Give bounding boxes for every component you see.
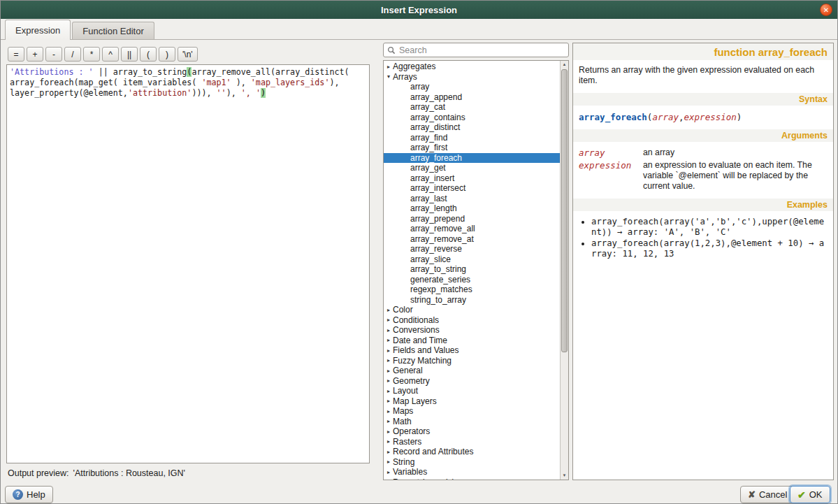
code-text: array_foreach(map_get( item_variables( bbox=[10, 78, 201, 87]
operator-button-^[interactable]: ^ bbox=[102, 47, 119, 62]
tree-group-operators[interactable]: ▸Operators bbox=[384, 426, 560, 437]
tree-item-array_get[interactable]: array_get bbox=[384, 163, 560, 173]
scroll-up-icon[interactable]: ▲ bbox=[561, 61, 568, 69]
chevron-right-icon[interactable]: ▸ bbox=[384, 449, 393, 455]
expression-code-line: 'Attributions : ' || array_to_string(arr… bbox=[10, 67, 366, 78]
chevron-right-icon[interactable]: ▸ bbox=[384, 377, 393, 384]
tree-item-array_last[interactable]: array_last bbox=[384, 194, 560, 204]
vertical-scrollbar[interactable]: ▲ ▼ bbox=[560, 61, 568, 480]
tree-item-array_slice[interactable]: array_slice bbox=[384, 254, 560, 265]
chevron-right-icon[interactable]: ▸ bbox=[384, 337, 393, 343]
code-text: || array_to_string bbox=[94, 67, 187, 77]
chevron-right-icon[interactable]: ▸ bbox=[384, 357, 393, 363]
code-text: ), bbox=[329, 78, 339, 87]
operator-button-/[interactable]: / bbox=[64, 47, 81, 62]
chevron-right-icon[interactable]: ▸ bbox=[384, 408, 393, 415]
tree-group-arrays[interactable]: ▾Arrays bbox=[384, 72, 560, 82]
tree-item-string_to_array[interactable]: string_to_array bbox=[384, 295, 560, 305]
tree-group-maps[interactable]: ▸Maps bbox=[384, 406, 560, 417]
tree-item-regexp_matches[interactable]: regexp_matches bbox=[384, 285, 560, 295]
tree-item-array_contains[interactable]: array_contains bbox=[384, 113, 560, 123]
example-item: array_foreach(array('a','b','c'),upper(@… bbox=[591, 217, 828, 238]
string-literal: ', ' bbox=[241, 88, 261, 98]
chevron-right-icon[interactable]: ▸ bbox=[384, 347, 393, 354]
tree-item-label: Fuzzy Matching bbox=[393, 356, 451, 366]
tree-item-array_append[interactable]: array_append bbox=[384, 92, 560, 103]
chevron-right-icon[interactable]: ▸ bbox=[384, 469, 393, 475]
chevron-down-icon[interactable]: ▾ bbox=[384, 479, 393, 480]
tree-group-layout[interactable]: ▸Layout bbox=[384, 386, 560, 396]
operator-button-nnnn[interactable]: '\n' bbox=[178, 47, 198, 62]
tree-group-aggregates[interactable]: ▸Aggregates bbox=[384, 62, 560, 72]
ok-button[interactable]: ✔ OK bbox=[790, 486, 830, 503]
tree-item-generate_series[interactable]: generate_series bbox=[384, 275, 560, 285]
close-button[interactable]: ✕ bbox=[820, 3, 832, 16]
tree-group-color[interactable]: ▸Color bbox=[384, 305, 560, 315]
tab-expression[interactable]: Expression bbox=[5, 20, 71, 40]
tree-item-array_reverse[interactable]: array_reverse bbox=[384, 244, 560, 254]
cancel-icon: ✘ bbox=[748, 489, 756, 500]
cancel-button-label: Cancel bbox=[759, 489, 787, 500]
tree-group-rasters[interactable]: ▸Rasters bbox=[384, 437, 560, 447]
tree-group-fuzzy-matching[interactable]: ▸Fuzzy Matching bbox=[384, 356, 560, 366]
tree-item-label: Geometry bbox=[393, 376, 430, 386]
chevron-right-icon[interactable]: ▸ bbox=[384, 317, 393, 323]
tree-group-general[interactable]: ▸General bbox=[384, 366, 560, 376]
operator-button--[interactable]: - bbox=[45, 47, 62, 62]
chevron-right-icon[interactable]: ▸ bbox=[384, 459, 393, 465]
tree-item-array[interactable]: array bbox=[384, 82, 560, 92]
help-button[interactable]: ? Help bbox=[5, 486, 53, 503]
operator-button-*[interactable]: * bbox=[83, 47, 100, 62]
search-input[interactable]: Search bbox=[383, 43, 569, 57]
operator-button-=[interactable]: = bbox=[8, 47, 24, 62]
tree-item-array_to_string[interactable]: array_to_string bbox=[384, 264, 560, 275]
tree-group-map-layers[interactable]: ▸Map Layers bbox=[384, 396, 560, 407]
scrollbar-thumb[interactable] bbox=[561, 69, 568, 352]
tree-item-array_distinct[interactable]: array_distinct bbox=[384, 122, 560, 133]
chevron-right-icon[interactable]: ▸ bbox=[384, 64, 393, 70]
chevron-right-icon[interactable]: ▸ bbox=[384, 438, 393, 445]
chevron-right-icon[interactable]: ▸ bbox=[384, 368, 393, 374]
tree-item-array_intersect[interactable]: array_intersect bbox=[384, 183, 560, 194]
operator-button-+[interactable]: + bbox=[27, 47, 43, 62]
tree-item-label: array_prepend bbox=[410, 214, 465, 224]
tree-item-array_remove_at[interactable]: array_remove_at bbox=[384, 234, 560, 245]
tree-group-variables[interactable]: ▸Variables bbox=[384, 467, 560, 477]
operator-button-||[interactable]: || bbox=[121, 47, 138, 62]
tree-group-math[interactable]: ▸Math bbox=[384, 417, 560, 427]
cancel-button[interactable]: ✘ Cancel bbox=[740, 486, 795, 503]
operator-button-([interactable]: ( bbox=[140, 47, 157, 62]
tree-item-array_first[interactable]: array_first bbox=[384, 143, 560, 153]
tree-group-date-and-time[interactable]: ▸Date and Time bbox=[384, 336, 560, 346]
chevron-right-icon[interactable]: ▸ bbox=[384, 418, 393, 424]
expression-editor[interactable]: 'Attributions : ' || array_to_string(arr… bbox=[6, 64, 370, 463]
examples-list: array_foreach(array('a','b','c'),upper(@… bbox=[579, 217, 828, 259]
tree-item-array_remove_all[interactable]: array_remove_all bbox=[384, 224, 560, 234]
chevron-right-icon[interactable]: ▸ bbox=[384, 388, 393, 394]
tab-function-editor[interactable]: Function Editor bbox=[72, 22, 154, 39]
scroll-down-icon[interactable]: ▼ bbox=[561, 472, 568, 480]
tree-group-recent-generic[interactable]: ▾Recent (generic) bbox=[384, 477, 560, 480]
tree-group-record-and-attributes[interactable]: ▸Record and Attributes bbox=[384, 447, 560, 457]
titlebar[interactable]: Insert Expression ✕ bbox=[1, 1, 837, 19]
tree-item-array_prepend[interactable]: array_prepend bbox=[384, 214, 560, 224]
tree-group-conditionals[interactable]: ▸Conditionals bbox=[384, 315, 560, 326]
chevron-right-icon[interactable]: ▸ bbox=[384, 307, 393, 313]
chevron-right-icon[interactable]: ▸ bbox=[384, 429, 393, 435]
tree-group-string[interactable]: ▸String bbox=[384, 457, 560, 468]
chevron-right-icon[interactable]: ▸ bbox=[384, 398, 393, 404]
tree-group-fields-and-values[interactable]: ▸Fields and Values bbox=[384, 345, 560, 356]
tree-item-label: array_distinct bbox=[410, 122, 460, 132]
tree-group-conversions[interactable]: ▸Conversions bbox=[384, 325, 560, 336]
tree-item-array_foreach[interactable]: array_foreach bbox=[384, 153, 560, 164]
tab-label: Function Editor bbox=[82, 26, 143, 36]
chevron-down-icon[interactable]: ▾ bbox=[384, 73, 393, 80]
tree-group-geometry[interactable]: ▸Geometry bbox=[384, 376, 560, 387]
tree-item-array_find[interactable]: array_find bbox=[384, 133, 560, 143]
chevron-right-icon[interactable]: ▸ bbox=[384, 327, 393, 333]
tree-item-array_insert[interactable]: array_insert bbox=[384, 173, 560, 184]
tree-item-array_cat[interactable]: array_cat bbox=[384, 102, 560, 113]
tree-item-array_length[interactable]: array_length bbox=[384, 203, 560, 214]
operator-button-)[interactable]: ) bbox=[159, 47, 175, 62]
tree-item-label: Color bbox=[393, 305, 413, 315]
